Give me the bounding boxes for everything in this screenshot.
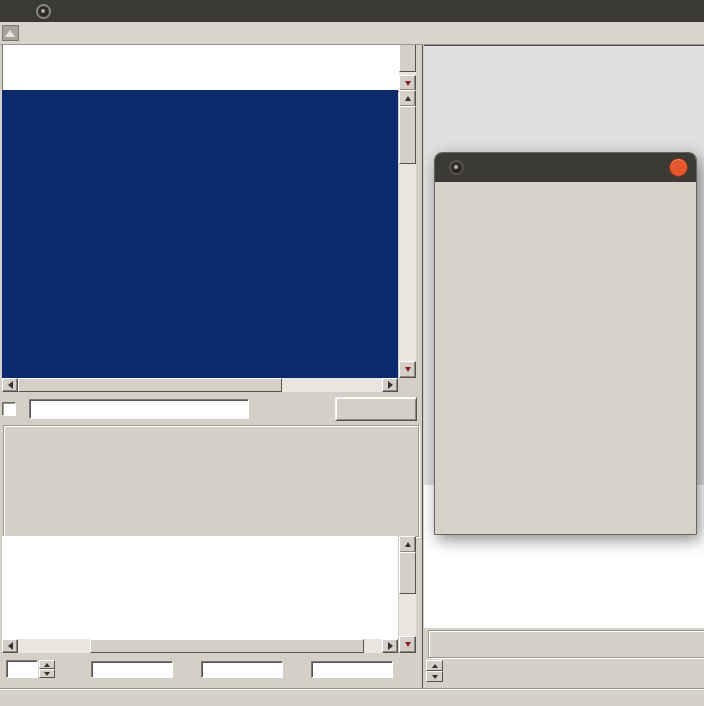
scroll-down-button[interactable] — [399, 361, 416, 378]
scroll-up-button[interactable] — [399, 90, 416, 107]
points-table-container — [2, 90, 398, 378]
scroll-up-button[interactable] — [399, 536, 416, 553]
scroll-right-button[interactable] — [382, 378, 398, 392]
filter-settings-dialog — [434, 152, 697, 535]
results-table-container — [2, 536, 398, 639]
track-list — [2, 44, 400, 92]
scroll-left-button[interactable] — [2, 378, 18, 392]
filters-row — [2, 395, 420, 423]
scroll-thumb[interactable] — [18, 378, 282, 392]
scroll-left-button[interactable] — [2, 639, 18, 653]
rows-count-stepper[interactable] — [39, 660, 55, 678]
scroll-thumb[interactable] — [90, 639, 364, 653]
avg5-field — [311, 661, 393, 678]
points-vscrollbar[interactable] — [399, 90, 416, 378]
scroll-down-button[interactable] — [399, 636, 416, 653]
app-icon — [2, 25, 19, 41]
avg2-field — [91, 661, 173, 678]
rows-count-field[interactable] — [6, 660, 38, 678]
menu-bar — [0, 22, 704, 45]
filters-summary-field[interactable] — [29, 399, 249, 419]
window-menu-icon[interactable] — [36, 4, 51, 19]
playback-controls — [426, 658, 704, 684]
dialog-body — [435, 182, 696, 194]
track-list-scrollbar[interactable] — [399, 44, 416, 90]
results-groupbox — [3, 425, 419, 537]
scroll-down-button[interactable] — [399, 75, 416, 91]
status-bar — [0, 688, 704, 706]
avg3-field — [201, 661, 283, 678]
results-hscrollbar[interactable] — [2, 639, 398, 653]
scroll-thumb[interactable] — [399, 552, 416, 594]
points-hscrollbar[interactable] — [2, 378, 398, 392]
window-titlebar — [0, 0, 704, 22]
scroll-thumb[interactable] — [399, 106, 416, 164]
dialog-titlebar[interactable] — [435, 153, 696, 182]
dialog-menu-icon[interactable] — [449, 160, 464, 175]
average-row — [2, 656, 420, 682]
display-groupbox — [428, 630, 704, 658]
scroll-thumb[interactable] — [399, 44, 416, 72]
results-vscrollbar[interactable] — [399, 536, 416, 653]
scroll-right-button[interactable] — [382, 639, 398, 653]
zoom-stepper[interactable] — [426, 660, 443, 682]
delete-points-button[interactable] — [335, 397, 417, 421]
filters-checkbox[interactable] — [2, 402, 16, 416]
close-icon[interactable] — [669, 158, 688, 177]
left-panel — [0, 44, 422, 688]
